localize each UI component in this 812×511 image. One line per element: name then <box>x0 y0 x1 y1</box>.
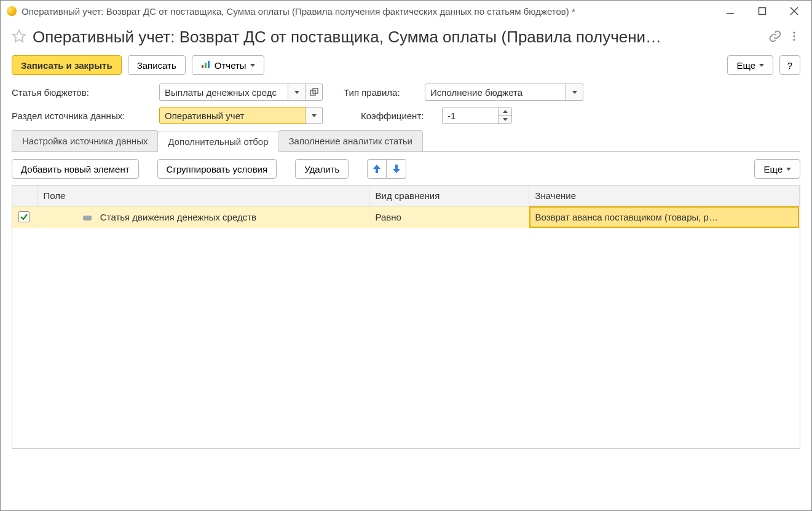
app-icon <box>7 6 17 16</box>
row-comparison-value: Равно <box>369 206 529 228</box>
save-close-button[interactable]: Записать и закрыть <box>12 55 122 75</box>
page-title: Оперативный учет: Возврат ДС от поставщи… <box>33 28 762 47</box>
chart-icon <box>201 60 211 71</box>
svg-rect-1 <box>759 8 766 15</box>
condition-icon <box>83 216 92 220</box>
main-toolbar: Записать и закрыть Записать Отчеты Еще ? <box>12 55 800 75</box>
dropdown-button[interactable] <box>566 84 583 101</box>
datasource-section-label: Раздел источника данных: <box>12 111 153 121</box>
favorite-star-icon[interactable] <box>12 29 26 45</box>
svg-point-6 <box>793 35 795 37</box>
svg-marker-14 <box>503 118 508 121</box>
group-conditions-button[interactable]: Сгруппировать условия <box>157 159 277 179</box>
dropdown-button[interactable] <box>305 107 323 124</box>
link-icon[interactable] <box>768 29 782 45</box>
spin-up-button[interactable] <box>498 107 511 115</box>
chevron-down-icon <box>759 64 764 67</box>
add-element-button[interactable]: Добавить новый элемент <box>12 159 139 179</box>
tab-additional-filter[interactable]: Дополнительный отбор <box>157 131 278 152</box>
row-value-cell[interactable]: Возврат аванса поставщиком (товары, р… <box>529 206 800 228</box>
budget-item-label: Статья бюджетов: <box>12 87 153 98</box>
delete-button[interactable]: Удалить <box>295 159 349 179</box>
chevron-down-icon <box>250 64 255 67</box>
rule-type-value: Исполнение бюджета <box>425 84 566 101</box>
close-button[interactable] <box>787 4 802 18</box>
row-checkbox[interactable] <box>18 211 30 222</box>
rule-type-label: Тип правила: <box>344 87 419 98</box>
tab-datasource-settings[interactable]: Настройка источника данных <box>12 130 158 151</box>
column-header-comparison[interactable]: Вид сравнения <box>369 185 529 206</box>
dropdown-button[interactable] <box>288 84 305 101</box>
svg-rect-8 <box>202 65 203 68</box>
coefficient-field[interactable]: -1 <box>442 107 512 124</box>
tabs: Настройка источника данных Дополнительны… <box>12 130 800 152</box>
more-button[interactable]: Еще <box>727 55 773 75</box>
coefficient-label: Коэффициент: <box>361 111 436 121</box>
table-row[interactable]: Статья движения денежных средств Равно В… <box>12 206 800 228</box>
filter-toolbar: Добавить новый элемент Сгруппировать усл… <box>12 159 800 179</box>
column-header-value[interactable]: Значение <box>529 185 800 206</box>
open-reference-button[interactable] <box>305 84 323 101</box>
datasource-section-field[interactable]: Оперативный учет <box>159 107 323 124</box>
column-header-checkbox <box>12 185 37 206</box>
column-header-field[interactable]: Поле <box>37 185 369 206</box>
svg-rect-9 <box>205 63 207 68</box>
tab-analytics-fill[interactable]: Заполнение аналитик статьи <box>278 130 423 151</box>
reports-label: Отчеты <box>215 60 246 71</box>
filter-more-button[interactable]: Еще <box>754 159 800 179</box>
more-label: Еще <box>736 60 755 71</box>
filter-table: Поле Вид сравнения Значение <box>12 185 800 449</box>
move-up-button[interactable] <box>367 159 387 179</box>
reports-button[interactable]: Отчеты <box>192 55 264 75</box>
svg-point-7 <box>793 39 795 41</box>
rule-type-field[interactable]: Исполнение бюджета <box>425 84 583 101</box>
window-titlebar: Оперативный учет: Возврат ДС от поставщи… <box>1 1 811 21</box>
svg-marker-13 <box>503 110 508 113</box>
help-button[interactable]: ? <box>779 55 800 75</box>
row-field-value: Статья движения денежных средств <box>100 212 256 222</box>
spin-down-button[interactable] <box>498 115 511 123</box>
filter-more-label: Еще <box>763 164 782 174</box>
svg-marker-4 <box>13 30 25 42</box>
budget-item-field[interactable]: Выплаты денежных средс <box>159 84 323 101</box>
svg-point-5 <box>793 32 795 34</box>
minimize-button[interactable] <box>723 4 738 18</box>
budget-item-value: Выплаты денежных средс <box>159 84 288 101</box>
maximize-button[interactable] <box>755 4 770 18</box>
coefficient-value: -1 <box>443 107 498 123</box>
more-menu-icon[interactable] <box>788 30 800 44</box>
save-button[interactable]: Записать <box>128 55 186 75</box>
datasource-section-value: Оперативный учет <box>159 107 305 124</box>
window-title: Оперативный учет: Возврат ДС от поставщи… <box>22 6 723 17</box>
chevron-down-icon <box>786 168 791 171</box>
svg-rect-10 <box>208 61 210 68</box>
move-down-button[interactable] <box>387 159 406 179</box>
